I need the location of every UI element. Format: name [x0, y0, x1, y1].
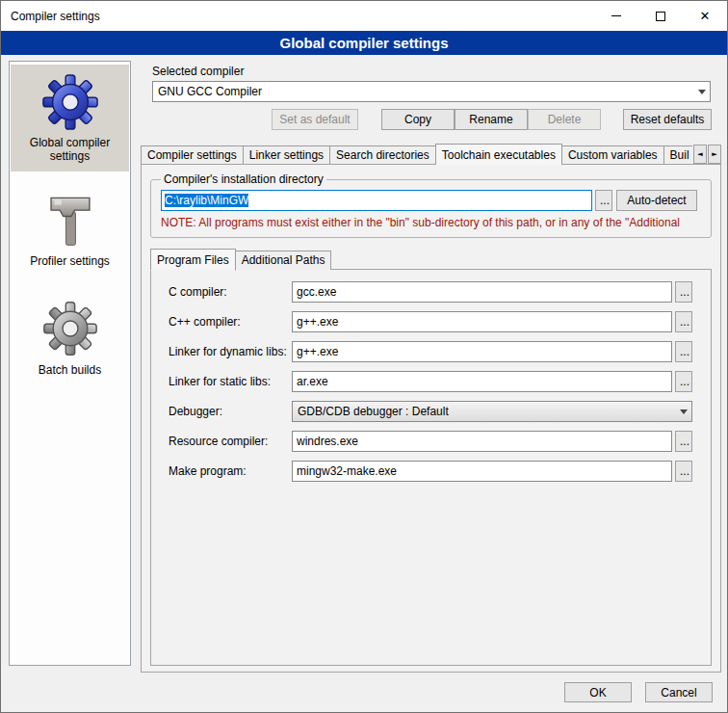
toolchain-executables-panel: Compiler's installation directory C:\ray… [141, 164, 721, 673]
debugger-value: GDB/CDB debugger : Default [298, 405, 676, 418]
browse-directory-button[interactable]: ... [595, 190, 612, 211]
rename-button[interactable]: Rename [455, 109, 528, 130]
field-label: Linker for dynamic libs: [169, 345, 292, 358]
cpp-compiler-input[interactable] [292, 311, 672, 332]
field-label: Resource compiler: [169, 435, 292, 448]
tab-additional-paths[interactable]: Additional Paths [235, 251, 332, 270]
delete-button[interactable]: Delete [528, 109, 601, 130]
close-icon: ✕ [700, 10, 711, 22]
browse-cpp-compiler-button[interactable]: ... [675, 311, 692, 332]
page-title: Global compiler settings [1, 31, 727, 55]
field-label: C compiler: [169, 285, 292, 299]
directory-note: NOTE: All programs must exist either in … [161, 216, 701, 229]
tab-search-directories[interactable]: Search directories [329, 145, 436, 165]
installation-directory-row: C:\raylib\MinGW ... Auto-detect [161, 190, 701, 211]
arrow-left-icon: ◄ [697, 150, 702, 158]
field-row-c-compiler: C compiler: ... [169, 281, 692, 303]
browse-make-program-button[interactable]: ... [675, 461, 692, 482]
sidebar-item-profiler-settings[interactable]: Profiler settings [11, 183, 129, 277]
dialog-footer: OK Cancel [1, 682, 727, 702]
reset-defaults-button[interactable]: Reset defaults [623, 109, 712, 130]
installation-directory-value: C:\raylib\MinGW [165, 194, 248, 207]
main-content: Selected compiler GNU GCC Compiler Set a… [141, 61, 721, 673]
minimize-button[interactable] [594, 1, 638, 31]
window-controls: ✕ [594, 1, 727, 31]
set-as-default-button[interactable]: Set as default [272, 109, 358, 130]
program-files-tabbar: Program Files Additional Paths [150, 248, 712, 270]
field-label: C++ compiler: [169, 315, 292, 329]
installation-directory-group: Compiler's installation directory C:\ray… [150, 172, 712, 238]
tab-compiler-settings[interactable]: Compiler settings [141, 145, 244, 165]
compiler-settings-window: Compiler settings ✕ Global compiler sett… [0, 0, 728, 713]
maximize-icon [656, 12, 665, 21]
dynamic-linker-input[interactable] [292, 341, 672, 362]
tab-scroller: Compiler settings Linker settings Search… [141, 144, 692, 165]
field-row-debugger: Debugger: GDB/CDB debugger : Default [169, 401, 692, 422]
field-row-make-program: Make program: ... [169, 461, 692, 482]
arrow-right-icon: ► [712, 150, 716, 158]
make-program-input[interactable] [292, 461, 672, 482]
field-row-dynamic-linker: Linker for dynamic libs: ... [169, 341, 692, 362]
field-label: Debugger: [169, 405, 292, 418]
sidebar-item-label: Profiler settings [13, 254, 126, 268]
window-title: Compiler settings [11, 10, 100, 23]
debugger-dropdown[interactable]: GDB/CDB debugger : Default [292, 401, 692, 422]
selected-compiler-label: Selected compiler [152, 65, 721, 78]
browse-dynamic-linker-button[interactable]: ... [675, 341, 692, 362]
maximize-button[interactable] [638, 1, 683, 31]
browse-c-compiler-button[interactable]: ... [675, 281, 692, 303]
auto-detect-button[interactable]: Auto-detect [616, 190, 697, 211]
selected-compiler-dropdown[interactable]: GNU GCC Compiler [152, 81, 711, 102]
field-row-cpp-compiler: C++ compiler: ... [169, 311, 692, 332]
gray-gear-icon [40, 300, 100, 359]
tab-linker-settings[interactable]: Linker settings [243, 145, 330, 165]
copy-button[interactable]: Copy [381, 109, 455, 130]
c-compiler-input[interactable] [292, 281, 672, 303]
static-linker-input[interactable] [292, 371, 672, 392]
resource-compiler-input[interactable] [292, 431, 672, 452]
minimize-icon [611, 15, 621, 16]
field-row-resource-compiler: Resource compiler: ... [169, 431, 692, 452]
tab-scroll-buttons: ◄ ► [692, 145, 721, 164]
settings-tabbar: Compiler settings Linker settings Search… [141, 143, 721, 165]
sidebar-item-batch-builds[interactable]: Batch builds [11, 292, 129, 385]
cancel-button[interactable]: Cancel [645, 682, 713, 702]
tab-program-files[interactable]: Program Files [150, 249, 236, 271]
titlebar: Compiler settings ✕ [1, 1, 727, 31]
browse-resource-compiler-button[interactable]: ... [675, 431, 692, 452]
tab-toolchain-executables[interactable]: Toolchain executables [435, 144, 562, 165]
selected-compiler-value: GNU GCC Compiler [158, 85, 694, 98]
installation-directory-legend: Compiler's installation directory [161, 172, 326, 186]
ok-button[interactable]: OK [564, 682, 632, 702]
chevron-down-icon [698, 90, 706, 94]
blue-gear-icon [40, 72, 100, 132]
field-label: Make program: [169, 464, 292, 478]
field-row-static-linker: Linker for static libs: ... [169, 371, 692, 392]
sidebar-item-label: Global compiler settings [13, 136, 126, 163]
tab-build-options[interactable]: Buil [663, 145, 692, 165]
close-button[interactable]: ✕ [683, 1, 727, 31]
tab-scroll-left-button[interactable]: ◄ [693, 145, 707, 164]
field-label: Linker for static libs: [169, 375, 292, 388]
program-files-panel: C compiler: ... C++ compiler: ... Linker… [150, 269, 712, 666]
sidebar-item-global-compiler-settings[interactable]: Global compiler settings [11, 65, 129, 172]
settings-category-sidebar: Global compiler settings Profiler settin… [9, 61, 131, 666]
tab-scroll-right-button[interactable]: ► [708, 145, 721, 164]
browse-static-linker-button[interactable]: ... [675, 371, 692, 392]
profiler-tool-icon [40, 191, 100, 251]
installation-directory-input[interactable]: C:\raylib\MinGW [161, 190, 592, 211]
sidebar-item-label: Batch builds [13, 363, 126, 377]
compiler-actions: Set as default Copy Rename Delete Reset … [141, 109, 721, 130]
chevron-down-icon [680, 409, 688, 414]
tab-custom-variables[interactable]: Custom variables [561, 145, 664, 165]
